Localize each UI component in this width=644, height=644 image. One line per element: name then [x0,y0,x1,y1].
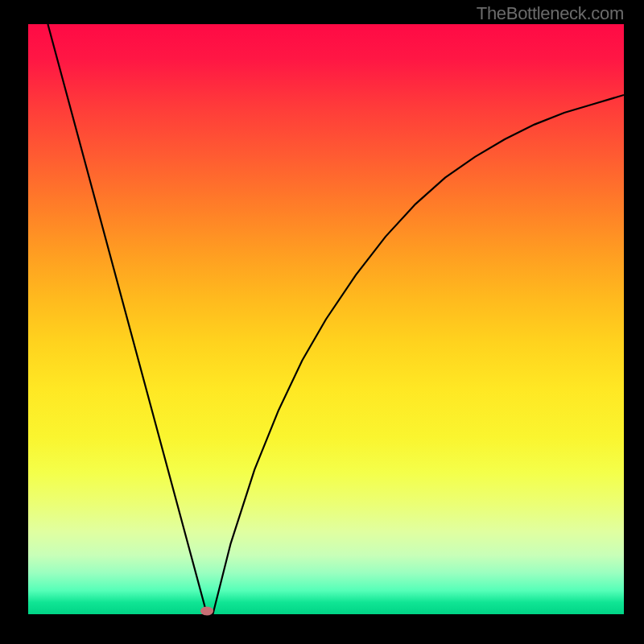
bottleneck-curve-path [47,24,624,614]
plot-area [28,24,624,614]
minimum-marker [200,606,213,615]
watermark-text: TheBottleneck.com [477,3,624,24]
chart-curve [28,24,624,614]
